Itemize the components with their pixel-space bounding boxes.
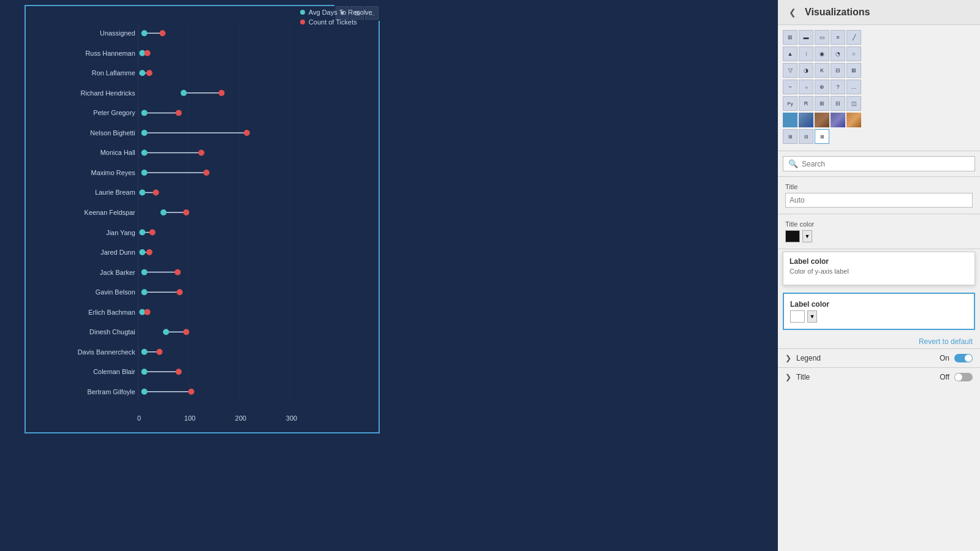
viz-icon-kpi[interactable]: K xyxy=(815,63,829,78)
viz-icon-r[interactable]: R xyxy=(799,96,813,111)
title-toggle[interactable] xyxy=(954,373,973,381)
dot-count-15[interactable] xyxy=(183,329,189,335)
table-icon-2[interactable]: ⊟ xyxy=(799,129,813,144)
row-label-7: Maximo Reyes xyxy=(91,169,136,176)
dot-avg-15[interactable] xyxy=(163,329,169,335)
dot-avg-7[interactable] xyxy=(141,170,148,176)
title-state-label: Off xyxy=(940,373,949,381)
dot-count-7[interactable] xyxy=(203,170,209,176)
viz-icon-more[interactable]: … xyxy=(846,80,861,94)
viz-icon-qna[interactable]: ? xyxy=(831,80,845,94)
dot-avg-13[interactable] xyxy=(141,289,148,295)
dot-count-10[interactable] xyxy=(149,230,156,236)
title-input[interactable] xyxy=(785,193,973,208)
dot-avg-11[interactable] xyxy=(139,249,145,255)
viz-icon-area[interactable]: ▲ xyxy=(783,47,797,61)
right-panel: ❮ Visualizations ⊞ ▬ ▭ ≡ ╱ ▲ ⁝ ◉ ◔ ○ ▽ ◑… xyxy=(778,0,980,551)
title-color-dropdown[interactable]: ▼ xyxy=(802,230,812,242)
viz-icon-row-2: ▲ ⁝ ◉ ◔ ○ xyxy=(783,47,975,61)
dot-count-13[interactable] xyxy=(176,289,183,295)
dot-count-9[interactable] xyxy=(183,209,189,216)
viz-icon-matrix[interactable]: ⊠ xyxy=(846,63,861,78)
viz-icon-decomp[interactable]: ⊕ xyxy=(815,80,829,94)
dot-count-16[interactable] xyxy=(156,349,162,355)
title-color-picker: ▼ xyxy=(785,230,973,242)
viz-icon-row-5: Py R ⊞ ⊟ ◫ xyxy=(783,96,975,111)
viz-icon-scatter[interactable]: ⁝ xyxy=(799,47,813,61)
dot-avg-2[interactable] xyxy=(139,70,145,76)
x-axis: 0 100 200 300 xyxy=(139,414,379,430)
swatch-4[interactable] xyxy=(831,113,845,127)
table-icon-3[interactable]: ⊠ xyxy=(815,129,829,144)
table-icon-row: ⊞ ⊟ ⊠ xyxy=(783,129,975,144)
viz-icon-table[interactable]: ⊞ xyxy=(783,30,797,45)
swatch-3[interactable] xyxy=(815,113,829,127)
back-button[interactable]: ❮ xyxy=(785,5,800,20)
swatch-2[interactable] xyxy=(799,113,813,127)
dot-avg-5[interactable] xyxy=(141,130,148,136)
viz-icon-stacked-bar[interactable]: ▭ xyxy=(815,30,829,45)
dot-count-4[interactable] xyxy=(176,110,182,116)
row-label-8: Laurie Bream xyxy=(95,189,135,196)
dot-count-3[interactable] xyxy=(219,90,225,96)
dot-count-1[interactable] xyxy=(145,50,151,56)
title-section: Title xyxy=(778,177,980,214)
title-toggle-section: ❯ Title Off xyxy=(778,367,980,386)
dot-avg-8[interactable] xyxy=(139,190,145,196)
dot-avg-6[interactable] xyxy=(141,149,148,156)
legend-toggle-section: ❯ Legend On xyxy=(778,348,980,367)
viz-icon-python[interactable]: Py xyxy=(783,96,797,111)
dot-avg-12[interactable] xyxy=(141,269,148,276)
row-label-0: Unassigned xyxy=(100,29,135,37)
title-prop-label: Title xyxy=(785,183,973,190)
label-color-swatch[interactable] xyxy=(790,310,805,323)
dot-count-8[interactable] xyxy=(153,190,159,196)
dot-avg-17[interactable] xyxy=(141,369,148,375)
swatch-5[interactable] xyxy=(846,113,861,127)
viz-icon-waterfall[interactable]: ⬦ xyxy=(799,80,813,94)
title-chevron[interactable]: ❯ xyxy=(785,373,791,381)
dot-avg-10[interactable] xyxy=(139,230,145,236)
row-label-10: Jian Yang xyxy=(106,229,135,236)
title-color-swatch[interactable] xyxy=(785,230,800,242)
viz-icon-ribbon[interactable]: ~ xyxy=(783,80,797,94)
viz-icon-map[interactable]: ◉ xyxy=(815,47,829,61)
dot-count-11[interactable] xyxy=(146,249,153,255)
dot-count-12[interactable] xyxy=(175,269,181,276)
legend-chevron[interactable]: ❯ xyxy=(785,354,791,362)
viz-icon-gauge[interactable]: ◑ xyxy=(799,63,813,78)
viz-icon-custom1[interactable]: ⊞ xyxy=(815,96,829,111)
viz-icon-pie[interactable]: ◔ xyxy=(831,47,845,61)
search-input[interactable] xyxy=(802,160,970,168)
viz-icon-bar[interactable]: ▬ xyxy=(799,30,813,45)
dot-count-14[interactable] xyxy=(145,309,151,315)
chart-container: ▼ ⊞ … Avg Days To Resolve Count of Ticke… xyxy=(24,5,380,433)
search-box: 🔍 xyxy=(783,156,975,171)
viz-icon-clustered-bar[interactable]: ≡ xyxy=(831,30,845,45)
label-color-dropdown[interactable]: ▼ xyxy=(807,310,817,323)
dot-avg-16[interactable] xyxy=(141,349,148,355)
dot-avg-0[interactable] xyxy=(141,30,148,36)
viz-icon-line[interactable]: ╱ xyxy=(846,30,861,45)
viz-icon-card[interactable]: ⊟ xyxy=(831,63,845,78)
dot-count-18[interactable] xyxy=(188,389,194,395)
viz-icon-custom2[interactable]: ⊟ xyxy=(831,96,845,111)
dot-count-0[interactable] xyxy=(159,30,165,36)
viz-icon-donut[interactable]: ○ xyxy=(846,47,861,61)
row-label-5: Nelson Bighetti xyxy=(90,129,135,137)
viz-icon-custom3[interactable]: ◫ xyxy=(846,96,861,111)
dot-count-17[interactable] xyxy=(176,369,182,375)
swatch-1[interactable] xyxy=(783,113,797,127)
revert-button[interactable]: Revert to default xyxy=(778,335,980,348)
dot-count-6[interactable] xyxy=(198,149,205,156)
dot-count-2[interactable] xyxy=(146,70,153,76)
dot-avg-18[interactable] xyxy=(141,389,148,395)
viz-icon-funnel[interactable]: ▽ xyxy=(783,63,797,78)
legend-toggle[interactable] xyxy=(954,354,973,362)
dot-avg-3[interactable] xyxy=(181,90,187,96)
dot-avg-9[interactable] xyxy=(160,209,167,216)
dot-count-5[interactable] xyxy=(244,130,250,136)
row-label-1: Russ Hanneman xyxy=(85,50,135,57)
table-icon-1[interactable]: ⊞ xyxy=(783,129,797,144)
dot-avg-4[interactable] xyxy=(141,110,148,116)
